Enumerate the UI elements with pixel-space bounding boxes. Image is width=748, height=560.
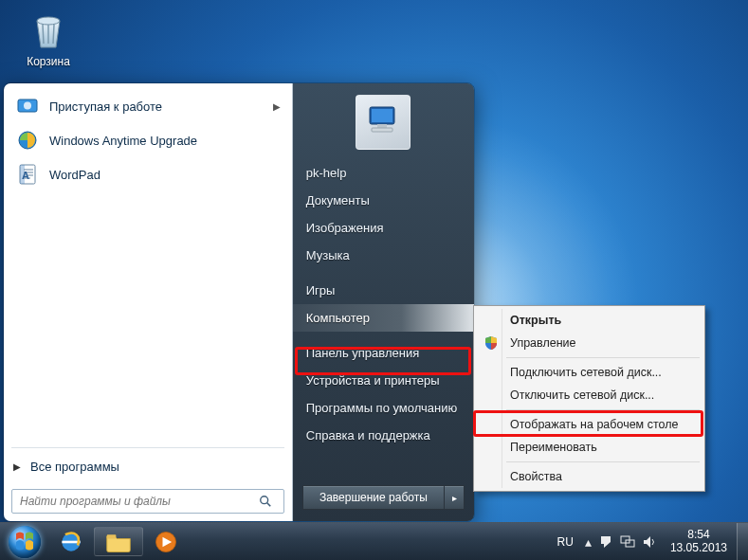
computer-monitor-icon xyxy=(362,101,404,143)
volume-icon[interactable] xyxy=(643,535,657,549)
getting-started-icon xyxy=(15,94,40,118)
start-menu-item-anytime-upgrade[interactable]: Windows Anytime Upgrade xyxy=(8,123,288,157)
right-item-help[interactable]: Справка и поддержка xyxy=(293,422,474,449)
wordpad-icon: A xyxy=(15,162,40,187)
separator xyxy=(506,409,700,410)
ctx-item-properties[interactable]: Свойства xyxy=(478,465,702,488)
shutdown-split-button: Завершение работы ▸ xyxy=(302,485,465,510)
svg-point-0 xyxy=(37,17,60,25)
right-item-games[interactable]: Игры xyxy=(293,277,474,304)
right-item-documents[interactable]: Документы xyxy=(293,187,474,214)
right-item-control-panel[interactable]: Панель управления xyxy=(293,339,474,367)
ctx-label: Переименовать xyxy=(510,441,597,454)
start-menu-all-programs[interactable]: ▶ Все программы xyxy=(4,452,292,481)
shutdown-options-dropdown[interactable]: ▸ xyxy=(444,485,465,510)
shutdown-button[interactable]: Завершение работы xyxy=(302,485,444,510)
start-menu-search xyxy=(4,481,292,521)
ctx-label: Открыть xyxy=(510,314,561,327)
all-programs-label: Все программы xyxy=(30,460,119,474)
ctx-item-manage[interactable]: Управление xyxy=(478,332,702,354)
desktop-icon-recycle-bin[interactable]: Корзина xyxy=(13,8,83,68)
show-desktop-button[interactable] xyxy=(737,523,748,560)
right-item-default-programs[interactable]: Программы по умолчанию xyxy=(293,394,474,422)
shield-icon xyxy=(483,335,499,351)
taskbar-clock[interactable]: 8:54 13.05.2013 xyxy=(665,529,733,555)
search-box[interactable] xyxy=(11,489,284,514)
separator xyxy=(506,461,700,462)
network-icon[interactable] xyxy=(620,535,635,549)
taskbar-button-media-player[interactable] xyxy=(145,527,187,556)
ctx-item-map-drive[interactable]: Подключить сетевой диск... xyxy=(478,361,702,384)
svg-text:A: A xyxy=(22,170,29,181)
ctx-label: Подключить сетевой диск... xyxy=(510,366,662,379)
start-menu-program-list: Приступая к работе ▶ Windows Anytime Upg… xyxy=(4,83,292,443)
right-item-music[interactable]: Музыка xyxy=(293,242,474,269)
anytime-upgrade-icon xyxy=(15,128,40,153)
language-indicator[interactable]: RU xyxy=(554,535,577,549)
user-picture-frame[interactable] xyxy=(356,95,410,150)
submenu-arrow-icon: ▶ xyxy=(273,101,281,112)
svg-rect-15 xyxy=(372,128,392,132)
start-menu-item-label: Windows Anytime Upgrade xyxy=(49,134,197,148)
svg-rect-14 xyxy=(377,124,387,128)
start-menu-right-list: pk-help Документы Изображения Музыка Игр… xyxy=(293,159,474,479)
ctx-item-open[interactable]: Открыть xyxy=(478,309,702,332)
start-menu-item-label: Приступая к работе xyxy=(49,99,162,114)
start-menu: Приступая к работе ▶ Windows Anytime Upg… xyxy=(3,82,475,522)
search-input[interactable] xyxy=(12,495,259,508)
taskbar-button-ie[interactable] xyxy=(50,527,92,556)
svg-line-10 xyxy=(267,503,271,507)
context-menu: Открыть Управление Подключить сетевой ди… xyxy=(473,305,705,492)
svg-rect-17 xyxy=(107,534,117,538)
media-player-icon xyxy=(153,529,179,555)
tray-show-hidden-icon[interactable]: ▴ xyxy=(585,534,592,550)
taskbar: RU ▴ 8:54 13.05.2013 xyxy=(0,522,748,560)
ctx-label: Отключить сетевой диск... xyxy=(510,388,654,402)
taskbar-button-explorer[interactable] xyxy=(94,527,143,556)
right-item-devices-printers[interactable]: Устройства и принтеры xyxy=(293,367,474,394)
start-menu-left-pane: Приступая к работе ▶ Windows Anytime Upg… xyxy=(4,83,293,521)
start-button[interactable] xyxy=(0,523,49,560)
start-menu-item-getting-started[interactable]: Приступая к работе ▶ xyxy=(8,89,288,123)
right-item-user[interactable]: pk-help xyxy=(293,159,474,187)
file-explorer-icon xyxy=(105,531,132,553)
ctx-label: Управление xyxy=(510,336,576,350)
search-icon[interactable] xyxy=(259,495,283,508)
system-tray: RU ▴ 8:54 13.05.2013 xyxy=(544,523,737,560)
right-item-computer[interactable]: Компьютер xyxy=(293,304,474,332)
right-item-pictures[interactable]: Изображения xyxy=(293,214,474,242)
all-programs-arrow-icon: ▶ xyxy=(13,461,21,472)
action-center-icon[interactable] xyxy=(599,535,612,549)
start-menu-item-label: WordPad xyxy=(49,168,100,182)
ctx-label: Свойства xyxy=(510,470,562,483)
svg-point-9 xyxy=(261,497,268,504)
start-menu-right-pane: pk-help Документы Изображения Музыка Игр… xyxy=(293,83,474,521)
ctx-item-show-on-desktop[interactable]: Отображать на рабочем столе xyxy=(478,413,702,436)
recycle-bin-label: Корзина xyxy=(13,55,83,68)
svg-point-3 xyxy=(24,102,31,110)
ctx-item-disconnect-drive[interactable]: Отключить сетевой диск... xyxy=(478,384,702,406)
clock-time: 8:54 xyxy=(670,529,727,542)
recycle-bin-icon xyxy=(26,8,71,53)
ctx-label: Отображать на рабочем столе xyxy=(510,418,678,431)
separator xyxy=(506,357,700,358)
ctx-item-rename[interactable]: Переименовать xyxy=(478,436,702,459)
internet-explorer-icon xyxy=(58,529,84,555)
start-menu-item-wordpad[interactable]: A WordPad xyxy=(8,157,288,191)
separator xyxy=(11,447,284,448)
svg-rect-12 xyxy=(372,109,392,122)
clock-date: 13.05.2013 xyxy=(670,542,727,555)
windows-orb-icon xyxy=(9,526,41,558)
